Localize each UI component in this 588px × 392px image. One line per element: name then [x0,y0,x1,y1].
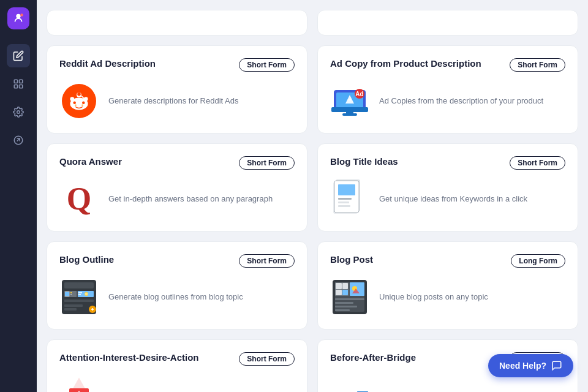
card-quora[interactable]: Quora Answer Short Form Q Get in-depth a… [47,143,307,232]
svg-rect-63 [335,309,350,311]
card-icon-blog-title [330,179,369,219]
card-badge-reddit-ad: Short Form [239,58,295,72]
svg-point-14 [70,97,74,101]
svg-point-9 [73,102,75,104]
svg-rect-56 [342,290,348,295]
sidebar-item-layers[interactable] [7,72,30,96]
svg-rect-46 [70,292,72,293]
partial-top-cards [47,10,578,36]
card-aida[interactable]: Attention-Interest-Desire-Action Short F… [47,339,307,392]
card-header-quora: Quora Answer Short Form [59,156,295,170]
svg-point-6 [17,111,20,114]
card-icon-aida: A I D [59,375,99,392]
card-ad-copy[interactable]: Ad Copy from Product Description Short F… [317,45,578,134]
need-help-label: Need Help? [499,361,546,371]
card-header-aida: Attention-Interest-Desire-Action Short F… [59,352,295,366]
card-badge-blog-title: Short Form [510,156,565,170]
svg-point-16 [75,105,77,106]
svg-point-17 [81,105,83,106]
svg-rect-54 [342,283,348,289]
card-body-reddit-ad: Generate descriptions for Reddit Ads [59,81,295,121]
card-desc-ad-copy: Ad Copies from the description of your p… [379,95,543,107]
sidebar-item-settings[interactable] [7,100,30,124]
card-badge-quora: Short Form [239,156,295,170]
card-body-blog-title: Get unique ideas from Keywords in a clic… [330,179,565,219]
svg-rect-2 [14,80,17,83]
svg-rect-62 [335,306,357,307]
card-header-blog-title: Blog Title Ideas Short Form [330,156,565,170]
card-desc-quora: Get in-depth answers based on any paragr… [108,193,273,205]
svg-point-1 [20,13,23,17]
card-reddit-ad[interactable]: Reddit Ad Description Short Form Generat… [47,45,307,134]
svg-rect-22 [342,113,357,116]
svg-rect-48 [64,308,77,311]
card-title-blog-outline: Blog Outline [59,254,114,265]
card-body-quora: Q Get in-depth answers based on any para… [59,179,295,219]
card-title-ad-copy: Ad Copy from Product Description [330,58,481,69]
card-title-blog-title: Blog Title Ideas [330,156,398,167]
svg-point-0 [16,14,20,18]
card-body-blog-outline: Generate blog outlines from blog topic [59,277,295,317]
svg-text:Ad: Ad [355,91,363,97]
svg-rect-4 [14,85,17,88]
svg-rect-30 [338,198,352,200]
svg-rect-5 [20,85,23,88]
card-body-aida: A I D AIDA copies from product/company d… [59,375,295,392]
svg-rect-21 [346,107,353,113]
svg-rect-55 [336,290,342,295]
card-icon-blog-post [330,277,369,317]
card-desc-bab: BAB copies from product/company descript… [379,389,543,392]
card-badge-blog-outline: Short Form [239,254,295,268]
sidebar-item-edit[interactable] [7,44,30,67]
card-blog-post[interactable]: Blog Post Long Form Unique blog posts on… [317,241,578,330]
sidebar-item-export[interactable] [7,129,30,152]
svg-point-10 [82,102,85,104]
svg-point-15 [84,97,88,101]
svg-text:A: A [77,390,81,392]
card-icon-blog-outline [59,277,99,317]
card-badge-blog-post: Long Form [511,254,565,268]
card-icon-bab [330,375,369,392]
card-icon-reddit-ad [59,81,99,121]
card-title-blog-post: Blog Post [330,254,373,265]
card-title-bab: Before-After-Bridge [330,352,416,363]
chat-icon [551,360,562,371]
svg-rect-53 [336,283,342,289]
main-content: Reddit Ad Description Short Form Generat… [37,0,588,392]
card-header-ad-copy: Ad Copy from Product Description Short F… [330,58,565,72]
cards-grid: Reddit Ad Description Short Form Generat… [47,45,578,392]
card-icon-quora: Q [59,179,99,219]
card-title-aida: Attention-Interest-Desire-Action [59,352,199,363]
card-blog-title[interactable]: Blog Title Ideas Short Form Get unique i… [317,143,578,232]
partial-card-right [317,10,578,36]
card-badge-aida: Short Form [239,352,295,366]
svg-rect-40 [64,304,83,307]
svg-rect-31 [338,202,349,203]
card-badge-ad-copy: Short Form [510,58,565,72]
svg-rect-45 [65,292,69,296]
card-header-blog-outline: Blog Outline Short Form [59,254,295,268]
card-icon-ad-copy: Ad [330,81,369,121]
card-header-reddit-ad: Reddit Ad Description Short Form [59,58,295,72]
card-desc-blog-title: Get unique ideas from Keywords in a clic… [379,193,527,205]
card-body-bab: BAB copies from product/company descript… [330,375,565,392]
sidebar [0,0,37,392]
partial-card-left [47,10,307,36]
svg-rect-60 [335,298,364,300]
svg-rect-3 [20,80,23,83]
svg-rect-29 [338,184,355,195]
svg-rect-41 [64,300,77,302]
app-logo[interactable] [7,7,29,29]
svg-rect-32 [338,205,350,207]
need-help-button[interactable]: Need Help? [488,354,573,377]
card-title-reddit-ad: Reddit Ad Description [59,58,156,69]
card-desc-blog-outline: Generate blog outlines from blog topic [108,291,243,303]
card-body-ad-copy: Ad Ad Copies from the description of you… [330,81,565,121]
card-blog-outline[interactable]: Blog Outline Short Form Generate blog ou… [47,241,307,330]
card-header-blog-post: Blog Post Long Form [330,254,565,268]
card-desc-aida: AIDA copies from product/company descrip… [108,389,274,392]
svg-point-12 [77,92,81,96]
card-title-quora: Quora Answer [59,156,122,167]
svg-rect-57 [350,282,364,296]
card-body-blog-post: Unique blog posts on any topic [330,277,565,317]
